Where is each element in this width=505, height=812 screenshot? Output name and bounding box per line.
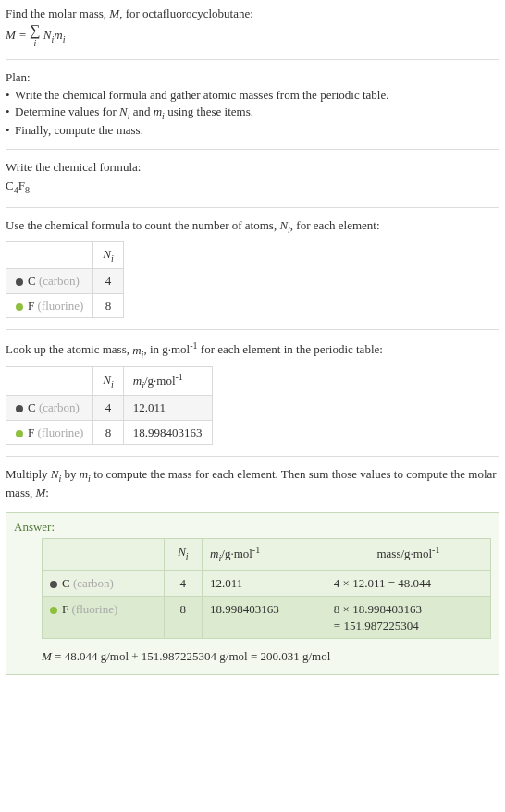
divider [6, 329, 499, 330]
mult-M: M [36, 486, 46, 499]
count-table: Ni C (carbon) 4 F (fluorine) 8 [6, 241, 124, 318]
plan-bullet-2: • Determine values for Ni and mi using t… [6, 104, 499, 122]
eq-m-sub: i [63, 33, 66, 43]
plan-bullet-1: • Write the chemical formula and gather … [6, 87, 499, 104]
final-rest: = 48.044 g/mol + 151.987225304 g/mol = 2… [52, 649, 331, 663]
count-title-b: , for each element: [290, 218, 380, 232]
eq-M: M [6, 28, 16, 42]
carbon-dot-icon [16, 405, 23, 412]
intro-line: Find the molar mass, M, for octafluorocy… [6, 6, 499, 22]
mass-title-a: Look up the atomic mass, [6, 343, 132, 357]
el-paren: (carbon) [39, 274, 80, 288]
ans-hdr-mi: mi/g·mol-1 [203, 539, 326, 570]
count-section: Use the chemical formula to count the nu… [6, 215, 499, 326]
eq-m: m [54, 28, 62, 42]
plan-bullet-3: • Finally, compute the mass. [6, 122, 499, 139]
plan-b3-text: Finally, compute the mass. [15, 122, 499, 139]
count-title-a: Use the chemical formula to count the nu… [6, 218, 279, 232]
chem-C: C [6, 178, 14, 192]
count-val: 4 [93, 269, 123, 294]
mass-N: 4 [93, 396, 123, 421]
el-name: F [28, 425, 34, 439]
divider [6, 149, 499, 150]
eq-equals: = [16, 28, 30, 42]
ans-hdr-mass: mass/g·mol-1 [326, 539, 490, 570]
bullet-mark: • [6, 122, 15, 139]
table-row: F (fluorine) 8 [6, 293, 124, 318]
ans-calc: 8 × 18.998403163 = 151.987225304 [326, 597, 490, 639]
el-name: C [62, 576, 70, 590]
ans-hdr-Ni: Ni [164, 539, 202, 570]
answer-table: Ni mi/g·mol-1 mass/g·mol-1 C (carbon) 4 … [42, 538, 491, 639]
ans-calc-b: = 151.987225304 [334, 619, 419, 633]
final-equation: M = 48.044 g/mol + 151.987225304 g/mol =… [42, 648, 491, 665]
intro-M: M [109, 6, 119, 20]
table-row: C (carbon) 4 12.011 [6, 396, 213, 421]
bullet-mark: • [6, 87, 15, 104]
multiply-section: Multiply Ni by mi to compute the mass fo… [6, 464, 499, 509]
ans-calc-a: 8 × 18.998403163 [334, 602, 422, 616]
plan-b2b: using these items. [165, 105, 253, 118]
intro-text-b: , for octafluorocyclobutane: [119, 6, 253, 20]
count-title: Use the chemical formula to count the nu… [6, 217, 499, 236]
mass-title: Look up the atomic mass, mi, in g·mol-1 … [6, 339, 499, 360]
answer-box: Answer: Ni mi/g·mol-1 mass/g·mol-1 C (ca… [6, 512, 499, 675]
el-name: C [28, 400, 36, 414]
table-row: C (carbon) 4 [6, 269, 124, 294]
table-row: C (carbon) 4 12.011 4 × 12.011 = 48.044 [43, 570, 491, 597]
el-paren: (fluorine) [37, 299, 83, 313]
intro-equation: M = ∑ i Nimi [6, 24, 499, 48]
plan-section: Plan: • Write the chemical formula and g… [6, 68, 499, 146]
mult-a: Multiply [6, 467, 51, 481]
plan-N: N [119, 105, 128, 118]
fluorine-dot-icon [50, 607, 57, 614]
ans-N: 8 [164, 597, 202, 639]
mass-section: Look up the atomic mass, mi, in g·mol-1 … [6, 338, 499, 452]
chemical-formula: C4F8 [6, 178, 499, 196]
el-paren: (carbon) [73, 576, 114, 590]
mult-by: by [61, 467, 80, 481]
plan-b1-text: Write the chemical formula and gather at… [15, 87, 499, 104]
ans-N: 4 [164, 570, 202, 597]
ans-blank-hdr [43, 539, 165, 570]
mass-N: 8 [93, 420, 123, 445]
mass-title-b: , in g·mol [143, 343, 190, 357]
mass-exp: -1 [190, 340, 197, 351]
bullet-mark: • [6, 104, 15, 122]
mult-m: m [80, 467, 88, 481]
chem-F8: 8 [25, 185, 30, 195]
eq-sigma: ∑ [30, 22, 40, 38]
count-N: N [279, 218, 288, 232]
answer-label: Answer: [14, 519, 491, 535]
mass-hdr-mi: mi/g·mol-1 [123, 366, 212, 395]
mass-blank-hdr [6, 366, 93, 395]
table-row: F (fluorine) 8 18.998403163 8 × 18.99840… [43, 597, 491, 639]
mass-m-val: 18.998403163 [123, 420, 212, 445]
count-val: 8 [93, 293, 123, 318]
fluorine-dot-icon [16, 430, 23, 437]
carbon-dot-icon [16, 278, 23, 286]
plan-and: and [129, 105, 153, 118]
intro-section: Find the molar mass, M, for octafluorocy… [6, 4, 499, 55]
ans-m: 18.998403163 [203, 597, 326, 639]
mult-c: : [45, 486, 49, 499]
el-paren: (fluorine) [71, 602, 117, 616]
chem-title: Write the chemical formula: [6, 159, 499, 176]
count-blank-hdr [6, 242, 93, 269]
mass-table: Ni mi/g·mol-1 C (carbon) 4 12.011 F (flu… [6, 366, 213, 446]
intro-text-a: Find the molar mass, [6, 6, 109, 20]
fluorine-dot-icon [16, 303, 23, 311]
chem-F: F [18, 178, 25, 192]
mass-hdr-Ni: Ni [93, 366, 123, 395]
el-name: F [62, 602, 68, 616]
ans-m: 12.011 [203, 570, 326, 597]
mass-title-c: for each element in the periodic table: [198, 343, 383, 357]
plan-b2a: Determine values for [15, 105, 119, 118]
mass-m-val: 12.011 [123, 396, 212, 421]
plan-title: Plan: [6, 69, 499, 86]
el-name: C [28, 274, 36, 288]
el-name: F [28, 299, 34, 313]
divider [6, 59, 499, 60]
final-M: M [42, 649, 52, 663]
chemical-formula-section: Write the chemical formula: C4F8 [6, 157, 499, 203]
